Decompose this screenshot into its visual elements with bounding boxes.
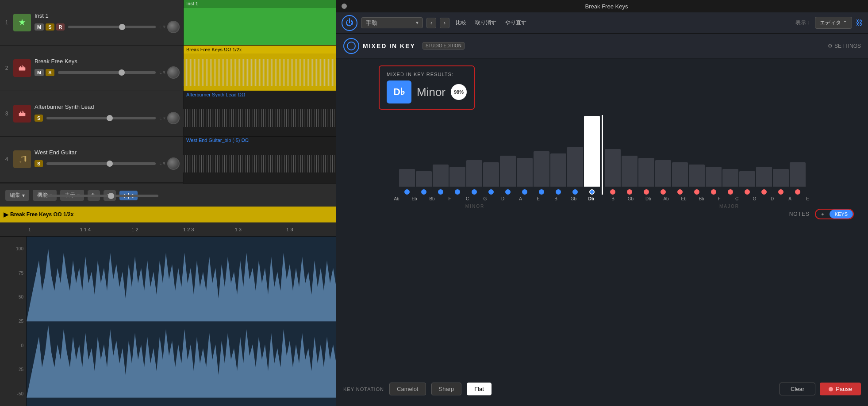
pr-key-0: 0 — [0, 343, 26, 348]
lr-label-4: LR — [159, 161, 165, 166]
key-notation-row: KEY NOTATION Camelot Sharp Flat Clear Pa… — [343, 379, 861, 399]
record-btn-1[interactable]: R — [56, 23, 65, 31]
key-label-db-m: Db — [583, 196, 600, 201]
key-col-f-major — [706, 167, 722, 195]
pause-btn[interactable]: Pause — [820, 383, 861, 395]
camelot-btn[interactable]: Camelot — [389, 383, 426, 395]
svg-rect-0 — [19, 67, 26, 70]
pause-indicator-dot — [829, 387, 833, 391]
mik-plugin-header: MIXED IN KEY STUDIO EDITION STUDIO EDITI… — [336, 34, 868, 58]
clip-wg[interactable]: West End Guitar_bip (-5) ΩΩ — [184, 137, 336, 182]
fader-2[interactable] — [58, 71, 156, 74]
key-label-eb-M: Eb — [676, 196, 692, 201]
fader-3[interactable] — [46, 117, 156, 119]
link-icon[interactable]: ⛓ — [856, 19, 863, 27]
dot-gb-minor — [572, 189, 578, 195]
key-display: D♭ Minor 98% — [387, 80, 467, 103]
track-info-4: West End Guitar S LR — [35, 149, 180, 170]
key-col-ab-minor — [399, 169, 415, 195]
dot-d-major — [761, 189, 767, 195]
lr-label-1: LR — [159, 25, 165, 29]
undo-btn[interactable]: 取り消す — [472, 17, 499, 28]
back-btn[interactable]: ‹ — [426, 18, 436, 28]
bar-e-minor — [534, 151, 549, 187]
key-label-b-m: B — [548, 196, 565, 201]
redo-btn[interactable]: やり直す — [503, 17, 529, 28]
dot-bb-major — [694, 189, 699, 195]
bar-d-minor — [500, 156, 516, 187]
pan-knob-2[interactable] — [167, 66, 180, 79]
notes-keys-toggle-row: NOTES ● KEYS — [343, 209, 854, 219]
pr-grid[interactable] — [27, 237, 336, 406]
bar-g-major — [739, 171, 755, 187]
pr-key-50: 50 — [0, 295, 26, 299]
solo-btn-2[interactable]: S — [46, 69, 54, 76]
bar-bb-major — [689, 165, 705, 187]
notes-keys-toggle[interactable]: ● KEYS — [815, 209, 854, 219]
pr-clip-name: Break Free Keys ΩΩ 1/2x — [10, 211, 73, 218]
clip-song[interactable]: Song ΩΩ — [184, 182, 336, 184]
right-panel: Break Free Keys ⏻ 手動 ▼ ‹ › 比較 取り消す やり直す … — [336, 0, 868, 406]
compare-btn[interactable]: 比較 — [453, 17, 469, 28]
clip-bfk[interactable]: Break Free Keys ΩΩ 1/2x — [184, 46, 336, 91]
track-content: Inst 1 Break Free Keys ΩΩ 1/2x Afterburn… — [184, 0, 336, 184]
dot-db-major — [644, 189, 649, 195]
dot-f-major — [711, 189, 716, 195]
track-icon-2 — [13, 59, 31, 77]
solo-btn-1[interactable]: S — [46, 23, 54, 31]
clip-header-song: Song ΩΩ — [184, 182, 336, 184]
flat-btn[interactable]: Flat — [467, 383, 492, 395]
solo-btn-3[interactable]: S — [35, 115, 43, 122]
dot-db-minor — [589, 189, 595, 195]
song-fader[interactable] — [47, 195, 158, 197]
key-col-c-minor — [466, 160, 482, 195]
sharp-btn[interactable]: Sharp — [431, 383, 462, 395]
fader-4[interactable] — [46, 162, 156, 165]
edit-menu-btn[interactable]: 編集 ▾ — [5, 190, 29, 201]
bar-eb-major — [672, 162, 688, 187]
mute-btn-2[interactable]: M — [35, 69, 44, 76]
toggle-keys-option[interactable]: KEYS — [830, 210, 853, 218]
key-col-g-major — [739, 171, 755, 195]
traffic-light[interactable] — [342, 4, 347, 9]
editor-chevron-icon: ⌃ — [843, 20, 847, 26]
clip-asl[interactable]: Afterburner Synth Lead ΩΩ — [184, 91, 336, 137]
editor-btn[interactable]: エディタ ⌃ — [815, 17, 852, 29]
fader-1[interactable] — [68, 26, 156, 28]
mik-logo-circle — [343, 38, 359, 54]
clip-inst1[interactable]: Inst 1 — [184, 0, 336, 46]
pan-knob-3[interactable] — [167, 112, 180, 124]
pan-knob-4[interactable] — [167, 157, 180, 170]
power-button[interactable]: ⏻ — [342, 15, 357, 31]
clear-btn[interactable]: Clear — [780, 383, 815, 395]
key-label-gb-m: Gb — [565, 196, 582, 201]
bar-a-minor — [517, 158, 533, 187]
track-icon-4 — [13, 150, 31, 168]
key-col-gb-major — [622, 156, 638, 195]
dot-b-minor — [556, 189, 561, 195]
key-label-a-m: A — [512, 196, 529, 201]
bar-c-minor — [466, 160, 482, 187]
key-col-b-minor — [550, 153, 566, 195]
dot-bb-minor — [438, 189, 443, 195]
clip-header-3: Afterburner Synth Lead ΩΩ — [184, 91, 336, 98]
forward-btn[interactable]: › — [440, 18, 449, 28]
bar-f-minor — [449, 167, 465, 187]
key-col-db-minor — [584, 116, 600, 195]
settings-btn[interactable]: ⚙ SETTINGS — [828, 43, 861, 49]
track-headers: 1 Inst 1 M S R LR — [0, 0, 184, 184]
mute-btn-1[interactable]: M — [35, 23, 44, 31]
mik-logic-toolbar: ⏻ 手動 ▼ ‹ › 比較 取り消す やり直す 表示： エディタ ⌃ ⛓ — [336, 12, 868, 34]
major-section-label: MAJOR — [602, 204, 856, 209]
key-col-e-minor — [534, 151, 549, 195]
toggle-notes-option[interactable]: ● — [816, 210, 830, 218]
studio-edition-badge: STUDIO EDITION — [422, 42, 465, 50]
clip-waves-3 — [184, 100, 336, 136]
svg-rect-3 — [23, 66, 24, 68]
track-list: 1 Inst 1 M S R LR — [0, 0, 336, 184]
mode-dropdown[interactable]: 手動 — [361, 17, 423, 28]
track-icon-3 — [13, 105, 31, 123]
pan-knob-1[interactable] — [167, 21, 180, 33]
solo-btn-4[interactable]: S — [35, 160, 43, 167]
pr-play-icon: ▶ — [4, 211, 8, 218]
